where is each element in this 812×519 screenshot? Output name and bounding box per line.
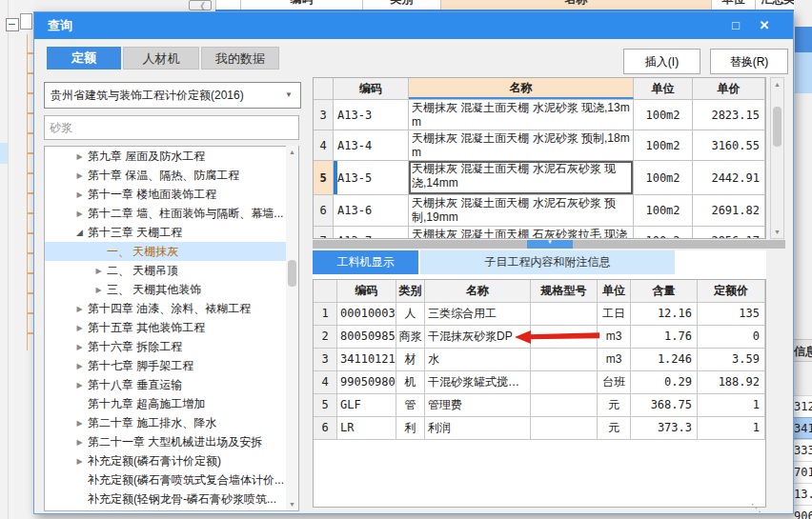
table-row[interactable]: 2 80050985 商浆 干混抹灰砂浆DP m3 1.76 0 xyxy=(314,326,765,349)
tree-item[interactable]: 三、 天棚其他装饰 xyxy=(45,280,298,299)
dialog-titlebar[interactable]: 查询 □ ✕ xyxy=(34,12,793,39)
chevron-right-icon[interactable] xyxy=(92,286,105,294)
tree-item[interactable]: 第十二章 墙、柱面装饰与隔断、幕墙... xyxy=(45,204,298,223)
table-row[interactable]: 1 00010003 人 三类综合用工 工日 12.16 135 xyxy=(314,303,765,326)
table-row[interactable]: 3 34110121 材 水 m3 1.246 3.59 xyxy=(314,349,765,371)
tab-work-content-notes[interactable]: 子目工程内容和附注信息 xyxy=(420,250,675,274)
column-header-type: 类别 xyxy=(362,0,440,10)
tree-item[interactable]: 第二十章 施工排水、降水 xyxy=(45,413,298,432)
chevron-right-icon[interactable] xyxy=(92,267,105,275)
background-value: 13. xyxy=(794,483,812,505)
quota-library-value: 贵州省建筑与装饰工程计价定额(2016) xyxy=(51,89,244,102)
header-spec: 规格型号 xyxy=(531,280,598,302)
background-selection-strip xyxy=(0,143,8,164)
resource-table-header: 编码 类别 名称 规格型号 单位 含量 定额价 xyxy=(314,280,765,303)
chevron-right-icon[interactable] xyxy=(73,457,86,466)
tree-item[interactable]: 第二十一章 大型机械进出场及安拆 xyxy=(45,432,298,451)
header-type: 类别 xyxy=(396,280,425,302)
resize-grip-icon[interactable]: ⋱ xyxy=(751,502,761,513)
table-row[interactable]: 4 A13-4 天棚抹灰 混凝土面天棚 水泥砂浆 预制,18mm 100m2 3… xyxy=(314,130,765,161)
tree-item[interactable]: 第十八章 垂直运输 xyxy=(45,375,298,394)
header-unit: 单位 xyxy=(634,78,693,99)
tree-item-expanded[interactable]: 第十三章 天棚工程 xyxy=(45,223,298,242)
tab-quota[interactable]: 定额 xyxy=(47,47,121,70)
insert-button[interactable]: 插入(I) xyxy=(623,49,700,74)
tab-resource-display[interactable]: 工料机显示 xyxy=(313,250,418,274)
tree-item[interactable]: 补充定额(预拌磷石膏-磷石膏砂浆喷筑... xyxy=(45,509,298,511)
tree-item[interactable]: 二、 天棚吊顶 xyxy=(45,261,298,280)
scroll-up-icon[interactable]: ▲ xyxy=(771,78,783,90)
quota-library-select[interactable]: 贵州省建筑与装饰工程计价定额(2016) ▼ xyxy=(44,82,301,109)
header-price: 单价 xyxy=(693,78,765,99)
tree-item-selected[interactable]: 一、 天棚抹灰 xyxy=(45,242,298,261)
header-name: 名称 xyxy=(425,280,531,302)
chevron-right-icon[interactable] xyxy=(73,438,86,447)
chevron-expanded-icon[interactable] xyxy=(73,228,86,237)
background-value: 312 xyxy=(794,395,812,417)
tree-scrollbar[interactable]: ▲ ▼ xyxy=(286,146,298,510)
table-row[interactable]: 6 LR 利 利润 元 373.3 1 xyxy=(314,417,765,440)
maximize-icon[interactable]: □ xyxy=(724,12,747,39)
table-row[interactable]: 4 99050980 机 干混砂浆罐式搅… 台班 0.29 188.92 xyxy=(314,371,765,394)
table-row-selected[interactable]: 5 A13-5 天棚抹灰 混凝土面天棚 水泥石灰砂浆 现浇,14mm 100m2… xyxy=(314,161,765,195)
background-selected-cell xyxy=(795,27,812,52)
chevron-right-icon[interactable] xyxy=(73,419,86,428)
chevron-right-icon[interactable] xyxy=(73,381,86,389)
quota-scrollbar[interactable]: ▲ ▼ xyxy=(770,77,784,239)
tree-item[interactable]: 第十章 保温、隔热、防腐工程 xyxy=(45,166,298,185)
tree-scrollbar-thumb[interactable] xyxy=(288,260,296,287)
search-input[interactable] xyxy=(44,115,299,140)
detail-tab-bar: 工料机显示 子目工程内容和附注信息 xyxy=(313,250,766,279)
tree-item[interactable]: 第十四章 油漆、涂料、裱糊工程 xyxy=(45,299,298,318)
header-quota-price: 定额价 xyxy=(698,280,765,302)
tab-my-data[interactable]: 我的数据 xyxy=(201,47,279,70)
close-icon[interactable]: ✕ xyxy=(753,12,776,39)
scroll-up-icon[interactable]: ▲ xyxy=(286,146,298,158)
table-row[interactable]: 5 GLF 管 管理费 元 368.75 1 xyxy=(314,394,765,417)
replace-button[interactable]: 替换(R) xyxy=(710,49,788,74)
background-info-header: 信息 xyxy=(794,339,812,362)
table-row[interactable]: 7 A13-7 天棚抹灰 混凝土面天棚 石灰砂浆拉毛 现浇 100m2 2956… xyxy=(314,227,765,239)
quota-scrollbar-thumb[interactable] xyxy=(773,107,782,147)
header-code: 编码 xyxy=(334,78,409,99)
scroll-down-icon[interactable]: ▼ xyxy=(286,498,298,510)
column-header-code: 编码 xyxy=(240,0,362,10)
column-header-name: 名称 xyxy=(440,0,711,10)
tree-item[interactable]: 第十一章 楼地面装饰工程 xyxy=(45,185,298,204)
chevron-down-icon: ▼ xyxy=(285,83,293,108)
splitter-handle[interactable] xyxy=(527,240,573,249)
chevron-right-icon[interactable] xyxy=(73,305,86,313)
tree-item[interactable]: 第十九章 超高施工增加 xyxy=(45,394,298,413)
table-row[interactable]: 3 A13-3 天棚抹灰 混凝土面天棚 水泥砂浆 现浇,13mm 100m2 2… xyxy=(314,100,765,130)
quota-table: 编码 名称 单位 单价 3 A13-3 天棚抹灰 混凝土面天棚 水泥砂浆 现浇,… xyxy=(313,77,766,239)
quota-table-header: 编码 名称 单位 单价 xyxy=(314,78,765,100)
background-selected-cell xyxy=(795,52,812,93)
dialog-title: 查询 xyxy=(48,12,72,39)
tree-collapse-icon xyxy=(6,18,19,31)
chevron-right-icon[interactable] xyxy=(73,190,86,199)
tree-item[interactable]: 第十七章 脚手架工程 xyxy=(45,356,298,375)
chevron-right-icon[interactable] xyxy=(73,343,86,351)
column-header-unit: 单位 xyxy=(711,0,755,10)
background-value: 701 xyxy=(794,461,812,483)
tree-item[interactable]: 补充定额(磷石膏计价定额) xyxy=(45,451,298,470)
background-table-header: 《 编码 类别 名称 单位 汇总类别 xyxy=(189,0,812,11)
horizontal-scrollbar[interactable] xyxy=(313,240,785,249)
resource-table: 编码 类别 名称 规格型号 单位 含量 定额价 1 00010003 人 三类综… xyxy=(313,279,766,508)
tree-item[interactable]: 第十五章 其他装饰工程 xyxy=(45,318,298,337)
tree-item[interactable]: 第九章 屋面及防水工程 xyxy=(45,147,298,166)
chevron-right-icon[interactable] xyxy=(73,210,86,218)
chevron-right-icon[interactable] xyxy=(73,152,86,161)
table-row[interactable]: 6 A13-6 天棚抹灰 混凝土面天棚 水泥石灰砂浆 预制,19mm 100m2… xyxy=(314,195,765,227)
chevron-right-icon[interactable] xyxy=(73,362,86,370)
header-unit: 单位 xyxy=(598,280,631,302)
header-code: 编码 xyxy=(337,280,396,302)
collapse-panel-button: 《 xyxy=(189,0,212,10)
scroll-down-icon[interactable]: ▼ xyxy=(771,226,783,238)
chevron-right-icon[interactable] xyxy=(73,171,86,180)
tab-labor-material-machine[interactable]: 人材机 xyxy=(123,47,199,70)
tree-item[interactable]: 补充定额(磷石膏喷筑式复合墙体计价... xyxy=(45,470,298,489)
chevron-right-icon[interactable] xyxy=(73,324,86,332)
tree-item[interactable]: 第十六章 拆除工程 xyxy=(45,337,298,356)
tree-item[interactable]: 补充定额(轻钢龙骨-磷石膏砂浆喷筑... xyxy=(45,489,298,509)
